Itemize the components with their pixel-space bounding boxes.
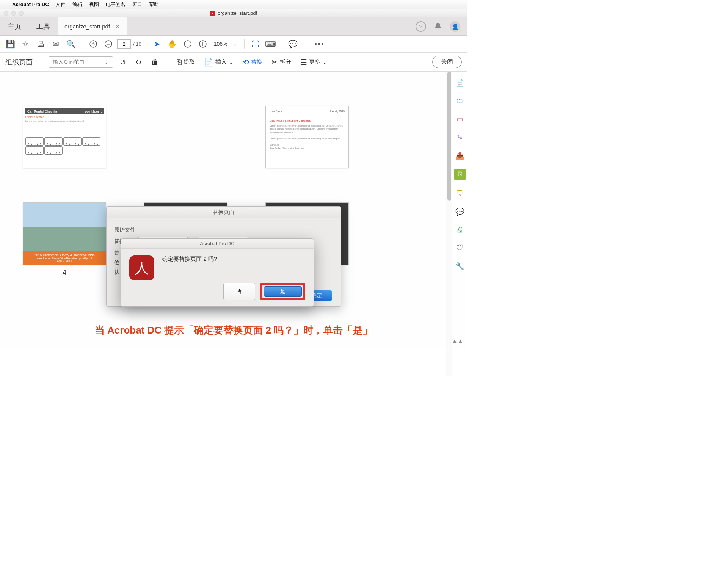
protect-icon[interactable]: 🛡 [455, 243, 465, 253]
menu-window[interactable]: 窗口 [132, 1, 142, 8]
menu-esign[interactable]: 电子签名 [106, 1, 126, 8]
page-number: 4 [63, 269, 66, 277]
comment-icon[interactable]: 💬 [287, 38, 300, 50]
help-icon[interactable]: ? [416, 21, 426, 32]
scan-icon[interactable]: 🖨 [455, 225, 465, 235]
tab-tools[interactable]: 工具 [29, 17, 58, 35]
right-tools-rail: 📄 🗂 ▭ ✎ 📤 ⎘ 🗨 💬 🖨 🛡 🔧 [452, 72, 467, 271]
insert-icon: 📄 [204, 58, 213, 67]
pointer-icon[interactable]: ➤ [151, 38, 164, 50]
comment-tool-icon[interactable]: 🗨 [455, 188, 465, 198]
more-tools-icon[interactable]: 🔧 [455, 261, 465, 271]
dialog-title: 替换页面 [107, 207, 341, 218]
chevron-down-icon: ⌄ [233, 41, 237, 47]
svg-point-0 [90, 41, 97, 47]
combine-icon[interactable]: 🗂 [455, 96, 465, 106]
mail-icon[interactable]: ✉ [49, 38, 62, 50]
page-thumb-4[interactable]: 2015 Customer Survey & Incentive PlanAle… [23, 202, 106, 277]
page-range-select[interactable]: 输入页面范围 ⌄ [49, 56, 113, 68]
delete-button[interactable]: 🗑 [149, 56, 161, 69]
list-icon: ☰ [300, 58, 307, 67]
rotate-right-button[interactable]: ↻ [133, 56, 144, 69]
mac-menubar: Acrobat Pro DC 文件 编辑 视图 电子签名 窗口 帮助 [0, 0, 467, 9]
keyboard-icon[interactable]: ⌨ [264, 38, 277, 50]
avatar[interactable]: 👤 [450, 21, 460, 32]
page-thumb-3[interactable]: point2point7 April, 2015 Dear Valued poi… [265, 106, 349, 168]
replace-button[interactable]: ⟲替换 [240, 56, 265, 69]
app-name[interactable]: Acrobat Pro DC [12, 2, 49, 7]
menu-help[interactable]: 帮助 [149, 1, 159, 8]
main-toolbar: 💾 ☆ 🖶 ✉ 🔍 / 10 ➤ ✋ 106%⌄ ⛶ ⌨ 💬 ••• [0, 36, 467, 53]
menu-file[interactable]: 文件 [56, 1, 66, 8]
create-pdf-icon[interactable]: 📄 [455, 78, 465, 88]
page-up-icon[interactable] [87, 38, 100, 50]
svg-point-1 [105, 41, 112, 47]
zoom-out-icon[interactable] [181, 38, 194, 50]
tabs-row: 主页 工具 organize_start.pdf ✕ ? 🔔︎ 👤 [0, 17, 467, 36]
zoom-value: 106% [214, 41, 228, 47]
page-thumb-1[interactable]: Car Rental Checklistpoint2point Owner's … [23, 106, 106, 168]
tab-home[interactable]: 主页 [0, 17, 29, 35]
content-area: Car Rental Checklistpoint2point Owner's … [0, 72, 467, 348]
trash-icon: 🗑 [151, 58, 158, 66]
replace-icon: ⟲ [243, 58, 249, 67]
hand-icon[interactable]: ✋ [166, 38, 179, 50]
chevron-down-icon: ⌄ [322, 59, 327, 66]
window-titlebar: ▲ organize_start.pdf [0, 9, 467, 17]
search-icon[interactable]: 🔍 [64, 38, 77, 50]
organize-title: 组织页面 [5, 58, 33, 67]
confirm-dialog: Acrobat Pro DC 人 确定要替换页面 2 吗? 否 是 [121, 238, 314, 307]
rotate-right-icon: ↻ [135, 58, 142, 67]
chevron-down-icon: ⌄ [104, 59, 109, 65]
page-down-icon[interactable] [102, 38, 115, 50]
print-icon[interactable]: 🖶 [34, 38, 47, 50]
more-icon[interactable]: ••• [313, 38, 326, 50]
insert-button[interactable]: 📄插入⌄ [202, 56, 236, 69]
fit-icon[interactable]: ⛶ [249, 38, 262, 50]
edit-pdf-icon[interactable]: ▭ [455, 114, 465, 124]
chevron-down-icon: ⌄ [229, 59, 234, 66]
instruction-caption: 当 Acrobat DC 提示「确定要替换页面 2 吗？」时，单击「是」 [0, 324, 467, 337]
confirm-title: Acrobat Pro DC [121, 239, 314, 249]
tab-close-icon[interactable]: ✕ [115, 23, 120, 30]
no-button[interactable]: 否 [223, 283, 255, 300]
vertical-scrollbar[interactable] [446, 72, 452, 376]
sign-icon[interactable]: ✎ [455, 132, 465, 142]
tab-doc-label: organize_start.pdf [64, 23, 110, 30]
tab-document[interactable]: organize_start.pdf ✕ [58, 17, 127, 35]
dialog-section-label: 原始文件 [114, 227, 333, 233]
page-total: / 10 [133, 41, 141, 47]
confirm-message: 确定要替换页面 2 吗? [162, 255, 217, 263]
yes-button[interactable]: 是 [264, 286, 302, 297]
fill-sign-icon[interactable]: 💬 [455, 207, 465, 216]
star-icon[interactable]: ☆ [19, 38, 32, 50]
range-placeholder: 输入页面范围 [53, 59, 85, 66]
pdf-icon: ▲ [210, 11, 215, 16]
scissors-icon: ✂ [271, 58, 278, 67]
menu-edit[interactable]: 编辑 [72, 1, 82, 8]
acrobat-icon: 人 [129, 255, 154, 280]
save-icon[interactable]: 💾 [4, 38, 17, 50]
organize-toolbar: 组织页面 输入页面范围 ⌄ ↺ ↻ 🗑 ⎘提取 📄插入⌄ ⟲替换 ✂拆分 ☰更多… [0, 53, 467, 72]
window-title: ▲ organize_start.pdf [210, 10, 257, 16]
page-input[interactable] [117, 39, 131, 49]
more-button[interactable]: ☰更多⌄ [298, 56, 329, 69]
traffic-lights[interactable] [4, 11, 24, 16]
split-button[interactable]: ✂拆分 [269, 56, 293, 69]
yes-button-highlight: 是 [260, 283, 305, 300]
window-title-text: organize_start.pdf [218, 10, 257, 16]
rotate-left-icon: ↺ [120, 58, 126, 67]
rotate-left-button[interactable]: ↺ [118, 56, 129, 69]
zoom-select[interactable]: 106%⌄ [212, 41, 240, 47]
bell-icon[interactable]: 🔔︎ [434, 22, 442, 31]
extract-icon: ⎘ [177, 58, 182, 66]
organize-icon[interactable]: ⎘ [454, 169, 466, 180]
resize-grip-icon: ▲▲ [451, 337, 463, 345]
close-button[interactable]: 关闭 [432, 56, 462, 68]
extract-button[interactable]: ⎘提取 [175, 56, 197, 69]
export-icon[interactable]: 📤 [455, 150, 465, 160]
menu-view[interactable]: 视图 [89, 1, 99, 8]
zoom-in-icon[interactable] [196, 38, 209, 50]
